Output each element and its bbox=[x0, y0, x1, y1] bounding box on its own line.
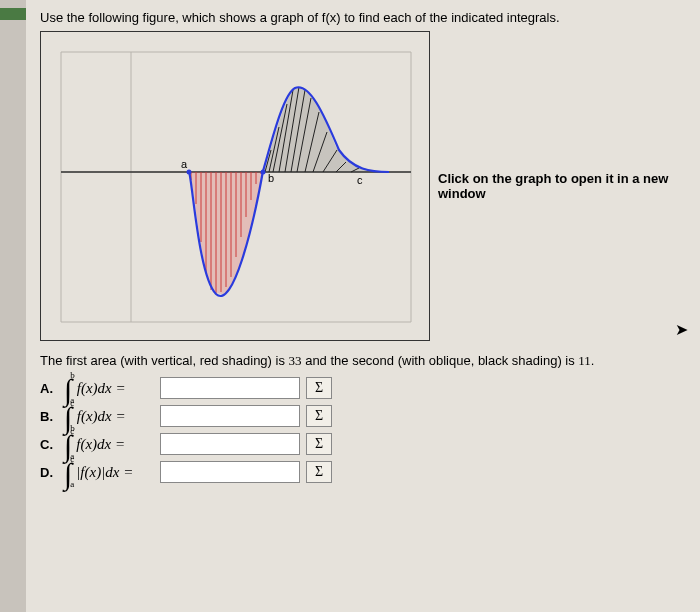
sigma-icon: Σ bbox=[315, 408, 323, 424]
upper-c: c bbox=[70, 427, 74, 436]
answer-input-c[interactable] bbox=[160, 433, 300, 455]
integrand-d: |f(x)|dx = bbox=[76, 464, 133, 481]
label-c: c bbox=[357, 174, 363, 186]
upper-b: c bbox=[70, 399, 75, 408]
integral-d: ∫ c a |f(x)|dx = bbox=[64, 463, 154, 481]
integral-b: ∫ c b f(x)dx = bbox=[64, 407, 154, 425]
integral-a: ∫ b a f(x)dx = bbox=[64, 379, 154, 397]
cursor-icon: ➤ bbox=[675, 320, 688, 339]
question-a-row: A. ∫ b a f(x)dx = Σ bbox=[40, 377, 686, 399]
sigma-button-b[interactable]: Σ bbox=[306, 405, 332, 427]
question-b-row: B. ∫ c b f(x)dx = Σ bbox=[40, 405, 686, 427]
sigma-button-d[interactable]: Σ bbox=[306, 461, 332, 483]
integral-c: ∫ c a f(x)dx = bbox=[64, 435, 154, 453]
integrand-c: f(x)dx = bbox=[76, 436, 125, 453]
label-b-q: B. bbox=[40, 409, 58, 424]
answer-input-b[interactable] bbox=[160, 405, 300, 427]
sigma-button-a[interactable]: Σ bbox=[306, 377, 332, 399]
point-b bbox=[261, 170, 266, 175]
area-description: The first area (with vertical, red shadi… bbox=[40, 353, 686, 369]
area-p3: . bbox=[591, 353, 595, 368]
black-shaded-region bbox=[263, 87, 386, 172]
answer-input-a[interactable] bbox=[160, 377, 300, 399]
area-p2: and the second (with oblique, black shad… bbox=[302, 353, 579, 368]
sigma-icon: Σ bbox=[315, 464, 323, 480]
sigma-button-c[interactable]: Σ bbox=[306, 433, 332, 455]
area-v1: 33 bbox=[289, 353, 302, 368]
label-a-q: A. bbox=[40, 381, 58, 396]
question-d-row: D. ∫ c a |f(x)|dx = Σ bbox=[40, 461, 686, 483]
label-b: b bbox=[268, 172, 274, 184]
answer-input-d[interactable] bbox=[160, 461, 300, 483]
prompt-text: Use the following figure, which shows a … bbox=[40, 10, 560, 25]
point-a bbox=[187, 170, 192, 175]
sidebar-marker bbox=[0, 8, 26, 20]
area-v2: 11 bbox=[578, 353, 591, 368]
upper-a: b bbox=[70, 371, 75, 380]
sigma-icon: Σ bbox=[315, 436, 323, 452]
integrand-b: f(x)dx = bbox=[77, 408, 126, 425]
lower-d: a bbox=[70, 480, 74, 489]
label-d-q: D. bbox=[40, 465, 58, 480]
graph-figure[interactable]: a b c bbox=[40, 31, 430, 341]
question-c-row: C. ∫ c a f(x)dx = Σ bbox=[40, 433, 686, 455]
figure-row: a b c Click on the graph to open it in a… bbox=[40, 31, 686, 341]
upper-d: c bbox=[70, 455, 74, 464]
area-p1: The first area (with vertical, red shadi… bbox=[40, 353, 289, 368]
sigma-icon: Σ bbox=[315, 380, 323, 396]
red-shaded-region bbox=[189, 172, 263, 294]
question-prompt: Use the following figure, which shows a … bbox=[40, 10, 686, 25]
graph-svg: a b c bbox=[41, 32, 431, 342]
graph-caption[interactable]: Click on the graph to open it in a new w… bbox=[438, 171, 686, 201]
integrand-a: f(x)dx = bbox=[77, 380, 126, 397]
label-a: a bbox=[181, 158, 188, 170]
page-content: Use the following figure, which shows a … bbox=[26, 0, 700, 612]
label-c-q: C. bbox=[40, 437, 58, 452]
